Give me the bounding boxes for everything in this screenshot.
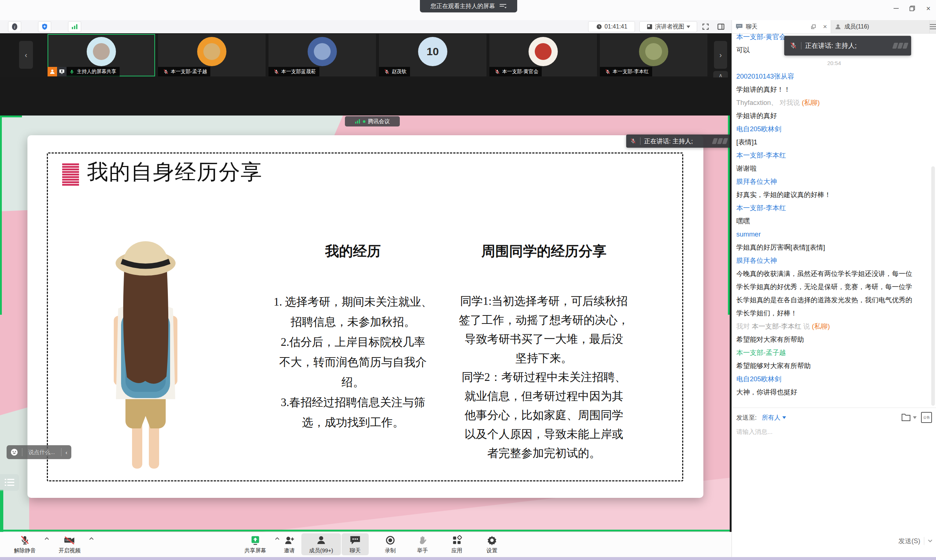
control-record[interactable]: 录制 — [378, 533, 403, 555]
chat-message: 学姐讲的真好 — [732, 109, 916, 123]
minimize-button[interactable] — [889, 3, 904, 14]
maximize-button[interactable] — [905, 3, 919, 14]
share-screen-icon — [250, 534, 261, 546]
tencent-logo-icon — [893, 43, 907, 49]
watching-host-banner: 您正在观看主持人的屏幕 — [420, 0, 517, 12]
control-label: 举手 — [417, 547, 428, 554]
send-to-label: 发送至: — [736, 414, 757, 422]
chat-menu-button[interactable] — [930, 20, 936, 33]
taskbar-edge — [0, 557, 936, 560]
popout-chat-button[interactable] — [810, 24, 816, 30]
participant-avatar — [308, 37, 337, 66]
share-border-bottom — [0, 530, 730, 531]
meeting-window: 您正在观看主持人的屏幕 × i 01:41:41 — [0, 0, 936, 560]
tab-chat[interactable]: 聊天 × — [732, 20, 831, 33]
video-tile[interactable]: 主持人的屏幕共享 — [48, 34, 155, 76]
participant-avatar — [529, 37, 558, 66]
chat-message-list: 本一支部-黄官会可以20:542002010143张从容学姐讲的真好！！Thyf… — [732, 30, 936, 428]
control-label: 邀请 — [284, 547, 295, 554]
expand-options-caret[interactable] — [89, 537, 94, 540]
security-shield-button[interactable] — [38, 21, 51, 32]
chevron-down-icon[interactable] — [913, 416, 917, 419]
mic-on-icon — [68, 68, 76, 76]
presentation-slide: 我的自身经历分享 — [28, 135, 703, 498]
control-label: 共享屏幕 — [244, 547, 266, 554]
send-button[interactable]: 发送(S) — [898, 537, 920, 545]
sidebar-toggle-button[interactable] — [0, 474, 19, 491]
share-border-left-bottom — [0, 490, 3, 532]
control-share-screen[interactable]: 共享屏幕 — [237, 533, 274, 555]
control-camera-off[interactable]: 720P开启视频 — [51, 533, 88, 555]
chat-message: 学姐讲的真好！！ — [732, 83, 916, 96]
control-label: 开启视频 — [59, 547, 80, 554]
control-settings[interactable]: 设置 — [479, 533, 505, 555]
meeting-info-button[interactable]: i — [8, 21, 21, 32]
control-label: 聊天 — [350, 547, 361, 554]
close-button[interactable]: × — [921, 3, 936, 14]
divider — [61, 448, 62, 456]
tab-chat-label: 聊天 — [746, 23, 757, 31]
participant-label: 本一支部-孟子越 — [158, 67, 210, 76]
chat-scrollbar[interactable] — [931, 166, 935, 406]
chat-message: 谢谢啦 — [732, 162, 916, 175]
divider — [801, 42, 802, 49]
speaking-text: 正在讲话: 主持人; — [805, 41, 857, 50]
signal-bars-icon — [355, 119, 360, 123]
girl-illustration — [103, 224, 188, 480]
video-tile[interactable]: 本一支部-黄官会 — [489, 34, 597, 76]
tab-members[interactable]: 成员(116) — [831, 20, 930, 33]
expand-options-caret[interactable] — [45, 537, 49, 540]
participant-name: 本一支部-孟子越 — [171, 68, 207, 75]
list-icon — [5, 478, 14, 487]
camera-off-icon: 720P — [64, 534, 76, 546]
send-to-dropdown[interactable]: 所有人 — [762, 414, 786, 422]
control-apps[interactable]: 应用 — [444, 533, 470, 555]
video-tile[interactable]: 10赵茂钦 — [379, 34, 486, 76]
collapse-caption-button[interactable]: ‹ — [65, 449, 67, 455]
view-mode-button[interactable]: 演讲者视图 — [639, 21, 697, 32]
video-tile[interactable]: 本一支部-孟子越 — [158, 34, 265, 76]
next-tiles-button[interactable]: › — [714, 41, 727, 69]
control-chat[interactable]: 聊天 — [342, 533, 369, 555]
video-tile[interactable]: 本一支部-李本红 — [600, 34, 708, 76]
column2-title: 周围同学的经历分享 — [458, 242, 630, 261]
control-members[interactable]: 成员(99+) — [301, 533, 341, 555]
control-label: 设置 — [486, 547, 497, 554]
column1-title: 我的经历 — [271, 242, 435, 261]
caption-input[interactable]: 说点什么... — [22, 449, 61, 456]
mic-muted-icon — [493, 68, 501, 76]
mic-muted-icon — [272, 68, 280, 76]
invite-icon — [284, 534, 295, 546]
svg-text:i: i — [14, 25, 15, 29]
video-tile[interactable]: 本一支部蓝晟菘 — [268, 34, 376, 76]
side-panel-button[interactable] — [716, 22, 726, 31]
send-to-value: 所有人 — [762, 414, 780, 422]
prev-tiles-button[interactable]: ‹ — [19, 41, 33, 69]
announcement-button[interactable]: 公告 — [921, 412, 932, 423]
banner-menu-icon[interactable] — [499, 3, 507, 9]
control-label: 录制 — [385, 547, 396, 554]
divider — [640, 137, 640, 145]
send-options-button[interactable] — [928, 540, 932, 543]
message-input[interactable]: 请输入消息... — [736, 425, 927, 439]
chat-message: summer — [732, 228, 916, 241]
chat-speaking-indicator: 正在讲话: 主持人; — [784, 36, 911, 55]
host-badge-icon — [48, 67, 57, 76]
meeting-duration[interactable]: 01:41:41 — [588, 21, 635, 32]
fullscreen-button[interactable] — [701, 22, 710, 31]
emoji-button[interactable] — [10, 448, 18, 456]
control-raise-hand[interactable]: 举手 — [410, 533, 435, 555]
control-invite[interactable]: 邀请 — [277, 533, 301, 555]
network-signal-button[interactable] — [68, 21, 81, 32]
participant-label: 赵茂钦 — [379, 67, 410, 76]
experience-column: 我的经历 1. 选择考研，期间未关注就业、 招聘信息，未参加秋招。 2.估分后，… — [271, 242, 435, 432]
chevron-down-icon — [782, 416, 786, 419]
chat-bubble-icon — [736, 23, 743, 30]
close-chat-button[interactable]: × — [823, 23, 827, 31]
share-border-top — [0, 115, 22, 117]
chat-history-button[interactable] — [901, 413, 911, 422]
mic-muted-icon — [19, 534, 30, 546]
control-mic-muted[interactable]: 解除静音 — [6, 533, 43, 555]
participant-label: 本一支部蓝晟菘 — [268, 67, 319, 76]
participant-avatar — [87, 37, 116, 66]
